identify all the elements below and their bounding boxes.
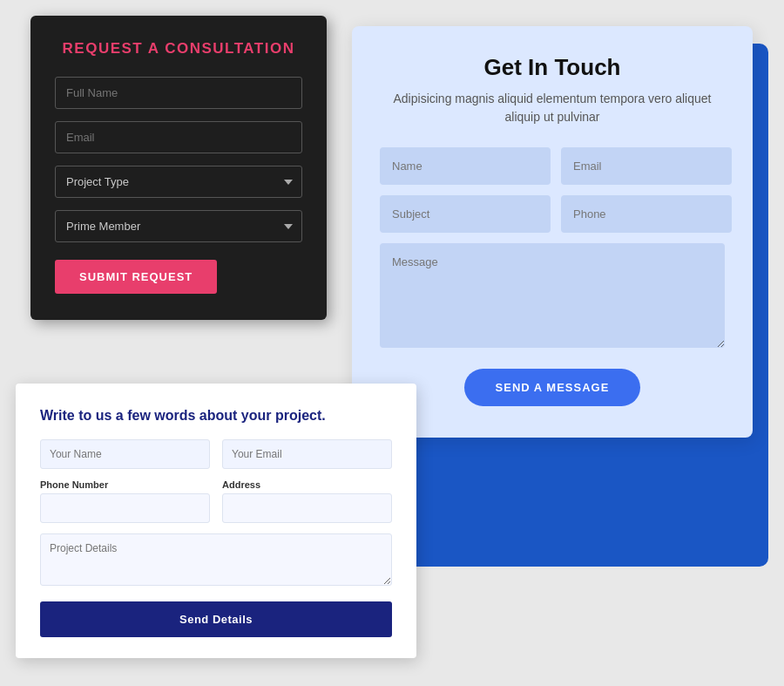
send-message-button[interactable]: SEND A MESSAGE (464, 369, 641, 406)
get-in-touch-title: Get In Touch (380, 54, 725, 81)
phone-label: Phone Number (40, 479, 210, 490)
write-to-us-card: Write to us a few words about your proje… (16, 384, 416, 658)
contact-message-textarea[interactable] (380, 243, 725, 348)
write-to-us-heading: Write to us a few words about your proje… (40, 408, 392, 424)
consultation-form-card: REQUEST A CONSULTATION Project Type Web … (30, 16, 327, 320)
phone-field-group: Phone Number (40, 479, 210, 523)
name-email-row (380, 147, 725, 185)
write-name-input[interactable] (40, 439, 210, 469)
address-label: Address (222, 479, 392, 490)
contact-subject-input[interactable] (380, 195, 551, 233)
subject-phone-row (380, 195, 725, 233)
consultation-form-title: REQUEST A CONSULTATION (55, 40, 302, 58)
contact-phone-input[interactable] (561, 195, 732, 233)
submit-request-button[interactable]: SUBMIT REQUEST (55, 260, 217, 294)
send-details-button[interactable]: Send Details (40, 601, 392, 637)
email-input[interactable] (55, 121, 302, 153)
get-in-touch-card: Get In Touch Adipisicing magnis aliquid … (352, 26, 753, 438)
get-in-touch-description: Adipisicing magnis aliquid elementum tem… (380, 90, 725, 126)
project-details-textarea[interactable] (40, 533, 392, 586)
address-field-group: Address (222, 479, 392, 523)
contact-name-input[interactable] (380, 147, 551, 185)
project-type-select[interactable]: Project Type Web Design App Development … (55, 166, 302, 198)
contact-email-input[interactable] (561, 147, 732, 185)
full-name-input[interactable] (55, 77, 302, 109)
phone-input[interactable] (40, 493, 210, 523)
prime-member-select[interactable]: Prime Member Yes No (55, 210, 302, 242)
write-email-input[interactable] (222, 439, 392, 469)
address-input[interactable] (222, 493, 392, 523)
name-email-row-white (40, 439, 392, 469)
phone-address-row: Phone Number Address (40, 479, 392, 523)
